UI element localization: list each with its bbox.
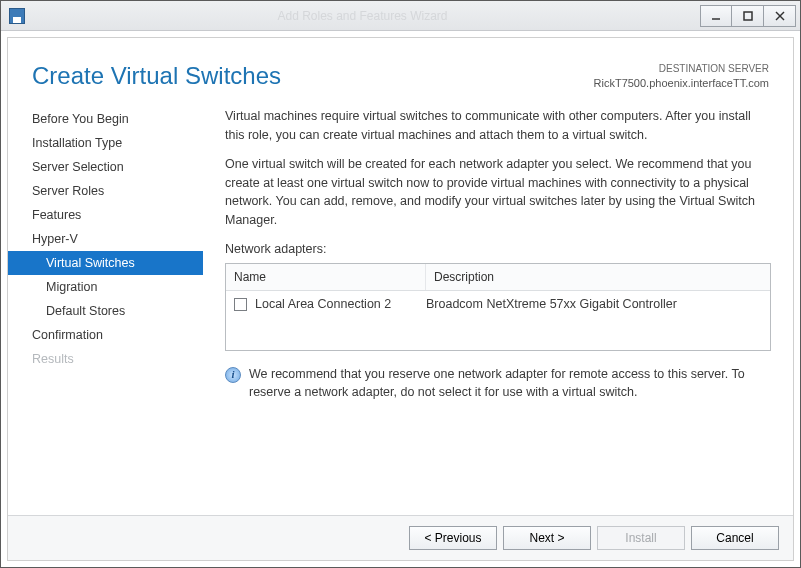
sidebar: Before You Begin Installation Type Serve…	[8, 101, 203, 515]
wizard-body: Create Virtual Switches DESTINATION SERV…	[7, 37, 794, 561]
adapters-label: Network adapters:	[225, 240, 771, 259]
adapters-header-row: Name Description	[226, 264, 770, 291]
intro-paragraph-1: Virtual machines require virtual switche…	[225, 107, 771, 145]
close-button[interactable]	[764, 5, 796, 27]
wizard-window: Add Roles and Features Wizard Create Vir…	[0, 0, 801, 568]
install-button: Install	[597, 526, 685, 550]
adapters-table: Name Description Local Area Connection 2…	[225, 263, 771, 351]
info-icon: i	[225, 367, 241, 383]
main-panel: Virtual machines require virtual switche…	[203, 101, 793, 515]
sidebar-item-before-you-begin[interactable]: Before You Begin	[8, 107, 203, 131]
sidebar-item-installation-type[interactable]: Installation Type	[8, 131, 203, 155]
adapter-checkbox[interactable]	[234, 298, 247, 311]
maximize-button[interactable]	[732, 5, 764, 27]
column-header-description[interactable]: Description	[426, 264, 770, 290]
page-title: Create Virtual Switches	[32, 62, 281, 91]
destination-label: DESTINATION SERVER	[594, 62, 769, 76]
previous-button[interactable]: < Previous	[409, 526, 497, 550]
minimize-button[interactable]	[700, 5, 732, 27]
sidebar-item-features[interactable]: Features	[8, 203, 203, 227]
intro-paragraph-2: One virtual switch will be created for e…	[225, 155, 771, 230]
button-row: < Previous Next > Install Cancel	[8, 515, 793, 560]
sidebar-item-migration[interactable]: Migration	[8, 275, 203, 299]
adapter-name: Local Area Connection 2	[255, 295, 391, 314]
svg-rect-1	[744, 12, 752, 20]
adapter-description: Broadcom NetXtreme 57xx Gigabit Controll…	[426, 295, 762, 314]
sidebar-item-server-roles[interactable]: Server Roles	[8, 179, 203, 203]
header-row: Create Virtual Switches DESTINATION SERV…	[8, 38, 793, 101]
cancel-button[interactable]: Cancel	[691, 526, 779, 550]
destination-value: RickT7500.phoenix.interfaceTT.com	[594, 76, 769, 91]
titlebar: Add Roles and Features Wizard	[1, 1, 800, 31]
sidebar-item-results: Results	[8, 347, 203, 371]
destination-server: DESTINATION SERVER RickT7500.phoenix.int…	[594, 62, 769, 91]
sidebar-item-default-stores[interactable]: Default Stores	[8, 299, 203, 323]
app-icon	[9, 8, 25, 24]
next-button[interactable]: Next >	[503, 526, 591, 550]
column-header-name[interactable]: Name	[226, 264, 426, 290]
adapter-name-cell: Local Area Connection 2	[234, 295, 426, 314]
window-title: Add Roles and Features Wizard	[25, 9, 700, 23]
adapter-row[interactable]: Local Area Connection 2 Broadcom NetXtre…	[226, 291, 770, 318]
recommendation-note: i We recommend that you reserve one netw…	[225, 365, 771, 403]
window-controls	[700, 5, 796, 27]
sidebar-item-virtual-switches[interactable]: Virtual Switches	[8, 251, 203, 275]
content-row: Before You Begin Installation Type Serve…	[8, 101, 793, 515]
recommendation-text: We recommend that you reserve one networ…	[249, 365, 771, 403]
sidebar-item-server-selection[interactable]: Server Selection	[8, 155, 203, 179]
sidebar-item-confirmation[interactable]: Confirmation	[8, 323, 203, 347]
sidebar-item-hyper-v[interactable]: Hyper-V	[8, 227, 203, 251]
